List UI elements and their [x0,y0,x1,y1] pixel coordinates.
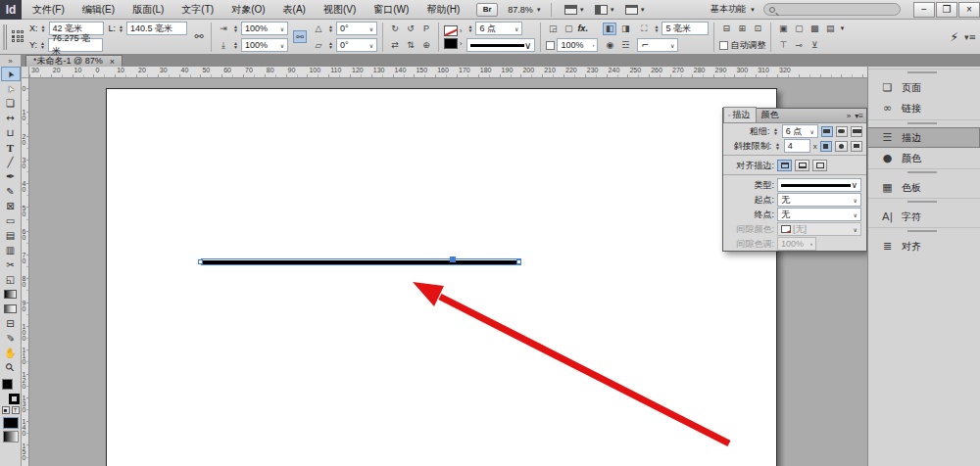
scale-y-stepper[interactable]: ▲▼ [232,41,239,49]
note-tool[interactable]: ⊟ [1,316,21,331]
corner-radius-field[interactable]: 5 毫米 [662,22,709,35]
overprint-checkbox[interactable] [546,41,555,50]
color[interactable]: ● 颜色 [868,148,980,168]
collapse-panel-icon[interactable]: » [847,112,851,120]
menu-item[interactable]: 版面(L) [123,0,172,20]
content-collector-tool[interactable]: ⊔ [1,125,21,140]
formatting-text-icon[interactable]: T [12,406,20,414]
object-style-1-icon[interactable]: ◧ [603,23,616,35]
character[interactable]: A| 字符 [868,207,980,227]
swatches[interactable]: ▦ 色板 [868,177,980,198]
menu-item[interactable]: 文字(T) [172,0,222,20]
selection-handle-right[interactable] [516,259,521,264]
menu-item[interactable]: 帮助(H) [417,0,468,20]
flip-vertical-icon[interactable]: ⇅ [404,39,417,52]
shear-field[interactable]: 0°∨ [336,38,377,52]
fill-flyout-arrow[interactable]: › [460,27,462,34]
stroke-flyout-arrow[interactable]: › [460,40,462,47]
stroke-weight-dropdown[interactable]: 6 点∨ [475,22,522,35]
align-inside-button[interactable] [795,160,809,171]
fit-frame-icon[interactable]: ⊞ [735,23,749,35]
selection-handle-center[interactable] [450,256,456,262]
miter-stepper[interactable]: ▲▼ [774,142,781,150]
panel-menu-icon[interactable]: ▾≡ [855,112,863,120]
scissors-tool[interactable]: ✂ [1,257,21,272]
join-bevel-button[interactable] [851,141,862,152]
wrap-object-icon[interactable]: ▩ [808,23,821,35]
end-dropdown[interactable]: 无∨ [777,208,861,221]
panel-menu-icon[interactable]: ▾≡ [963,30,977,43]
join-miter-button[interactable] [820,141,832,152]
menu-item[interactable]: 对象(O) [222,0,273,20]
horizontal-ruler[interactable]: 3020100102030405060708090100110120130140… [29,67,867,78]
rotate-cw-icon[interactable]: ↻ [388,23,402,35]
minimize-button[interactable]: − [913,2,935,18]
wrap-jump-icon[interactable]: ▤ [823,23,837,35]
rotate-ccw-icon[interactable]: ↺ [404,23,417,35]
panel-grip[interactable] [3,24,7,50]
fill-color-swatch[interactable] [444,25,458,36]
y-stepper[interactable]: ▲▼ [39,41,46,49]
selection-tool[interactable]: ➤ [1,67,21,81]
search-input[interactable] [779,5,887,15]
line-tool[interactable]: ╱ [1,155,21,169]
miter-field[interactable]: 4 [784,139,810,153]
view-controls-button[interactable]: ▼ [561,4,589,16]
zoom-tool[interactable]: ⚲ [1,360,21,375]
corner-radius-stepper[interactable]: ▲▼ [653,24,660,32]
corner-shape-dropdown[interactable]: ⌐∨ [637,38,678,52]
object-style-3-icon[interactable]: ◉ [603,39,616,52]
horizontal-grid-tool[interactable]: ▤ [1,228,21,243]
object-style-2-icon[interactable]: ◨ [618,23,632,35]
stroke-weight-stepper[interactable]: ▲▼ [466,24,473,32]
wrap-to-icon[interactable]: ⊤ [776,39,790,52]
link-scale-icon[interactable]: ⚯ [293,30,307,43]
menu-item[interactable]: 文件(F) [24,0,74,20]
type-tool[interactable]: T [1,140,21,155]
menu-item[interactable]: 窗口(W) [365,0,417,20]
menu-item[interactable]: 编辑(E) [74,0,123,20]
align-center-button[interactable] [777,160,792,171]
canvas[interactable]: ◦ 描边 颜色 » ▾≡ 粗细: ▲▼ 6 点∨ 斜接限制: ▲▼ [29,78,867,466]
gap-tool[interactable]: ↔ [1,111,21,125]
gradient-feather-tool[interactable] [1,302,21,316]
scale-y-field[interactable]: 100%∨ [241,38,288,52]
wrap-last-icon[interactable]: ⊻ [808,39,821,52]
menu-item[interactable]: 视图(V) [315,0,365,20]
rectangle-tool[interactable]: ▭ [1,213,21,228]
document-tab[interactable]: *未命名-1 @ 87% × [25,55,122,67]
join-round-button[interactable] [835,141,847,152]
frame-tool[interactable]: ⊠ [1,199,21,213]
links[interactable]: ∞ 链接 [868,98,980,118]
fit-content-icon[interactable]: ⊟ [719,23,733,35]
tab-color[interactable]: 颜色 [757,108,784,122]
opacity-field[interactable]: 100%› [557,38,598,52]
pen-tool[interactable]: ✒ [1,169,21,184]
screen-mode-button[interactable]: ▼ [621,4,650,16]
vertical-ruler[interactable]: 0102030405060708090100110120130140150160 [22,78,29,466]
zoom-level-dropdown[interactable]: 87.8% ▼ [508,5,541,15]
cap-round-button[interactable] [836,126,848,137]
tab-stroke[interactable]: ◦ 描边 [723,107,757,122]
wrap-skip-icon[interactable]: ⊸ [792,39,806,52]
length-field[interactable]: 140.5 毫米 [126,22,187,35]
vertical-grid-tool[interactable]: ▥ [1,243,21,257]
close-tab-icon[interactable]: × [110,57,115,67]
rotation-stepper[interactable]: ▲▼ [327,24,334,32]
y-field[interactable]: 76.275 毫米 [48,38,103,52]
select-content-icon[interactable]: ⊕ [419,39,433,52]
effects-button[interactable]: fx. [577,23,588,33]
restore-button[interactable]: ❐ [936,2,957,18]
direct-selection-tool[interactable]: ➤ [1,81,21,96]
bridge-button[interactable]: Br [476,3,498,17]
apply-color-button[interactable] [3,417,19,429]
start-dropdown[interactable]: 无∨ [777,193,861,207]
search-box[interactable] [763,3,901,16]
scale-x-field[interactable]: 100%∨ [241,22,288,35]
stroke-swatch[interactable] [9,394,20,404]
corner-options-icon[interactable]: ⛶ [637,23,651,35]
hand-tool[interactable]: ✋ [1,346,21,360]
cap-butt-button[interactable] [821,126,833,137]
cap-projecting-button[interactable] [851,126,862,137]
weight-dropdown[interactable]: 6 点∨ [782,124,818,138]
